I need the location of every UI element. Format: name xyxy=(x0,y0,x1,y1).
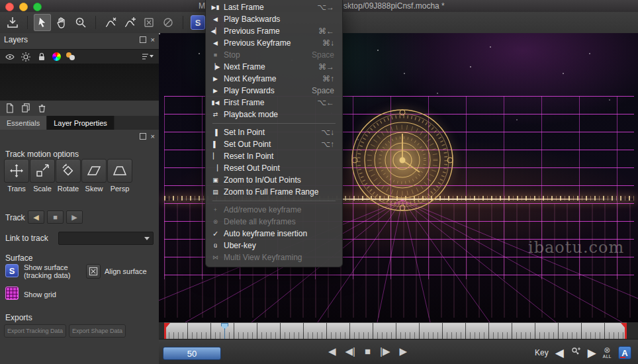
show-surface-caption: Show surface (tracking data) xyxy=(24,263,70,279)
close-window-button[interactable] xyxy=(5,3,14,11)
timeline-row xyxy=(159,322,638,339)
show-surface-button[interactable]: S xyxy=(5,264,19,277)
add-keyframe-button[interactable] xyxy=(570,346,581,359)
layer-colors-icon[interactable] xyxy=(66,52,76,61)
next-keyframe-button[interactable]: ▶ xyxy=(588,347,596,359)
menu-item-playback-mode[interactable]: ⇄Playback mode xyxy=(206,109,342,120)
delete-shape-tool-button[interactable] xyxy=(140,14,158,31)
menu-item-last-frame[interactable]: ▶▮Last Frame⌥→ xyxy=(206,1,342,13)
menu-item-reset-in-point[interactable]: ▏Reset In Point xyxy=(206,150,342,162)
menu-item-first-frame[interactable]: ▮◀First Frame⌥← xyxy=(206,97,342,109)
menu-item-set-in-point[interactable]: ▐Set In Point⌥↓ xyxy=(206,126,342,138)
menu-item-label: Play Backwards xyxy=(224,15,325,24)
scale-button[interactable] xyxy=(30,159,55,183)
key-delete-icon: ⊗ xyxy=(210,218,221,225)
skew-button[interactable] xyxy=(81,159,107,183)
perspective-button[interactable] xyxy=(107,159,132,183)
menu-item-play-backwards[interactable]: ◀Play Backwards xyxy=(206,13,342,25)
menu-item-stop: ■StopSpace xyxy=(206,49,342,61)
float-panel-icon[interactable] xyxy=(140,133,146,140)
minimize-window-button[interactable] xyxy=(19,3,28,11)
close-panel-icon[interactable]: × xyxy=(151,133,155,140)
track-backwards-button[interactable]: ◀ xyxy=(28,210,44,224)
rotation-button[interactable] xyxy=(56,159,81,183)
play-forwards-icon: ▶ xyxy=(210,87,221,94)
close-panel-icon[interactable]: × xyxy=(151,36,155,44)
align-surface-button[interactable] xyxy=(86,264,101,279)
perspective-label: Persp xyxy=(107,185,132,193)
menu-item-set-out-point[interactable]: ▌Set Out Point⌥↑ xyxy=(206,138,342,150)
spline-remove-tool-button[interactable] xyxy=(102,14,119,31)
menu-item-add-remove-keyframe: +Add/remove keyframe xyxy=(206,204,342,216)
stop-button[interactable]: ■ xyxy=(365,345,371,357)
menu-item-next-frame[interactable]: ▕▶Next Frame⌘→ xyxy=(206,61,342,73)
motion-col-skew: Skew xyxy=(81,159,107,193)
float-panel-icon[interactable] xyxy=(140,36,146,43)
menu-item-zoom-to-in-out-points[interactable]: ▣Zoom to In/Out Points xyxy=(206,174,342,186)
show-surface-toolbar-button[interactable]: S xyxy=(189,14,206,31)
in-point-marker[interactable] xyxy=(164,323,166,339)
duplicate-layer-icon[interactable] xyxy=(21,103,30,113)
previous-keyframe-button[interactable]: ◀ xyxy=(555,347,564,359)
color-wheel-icon[interactable] xyxy=(52,52,61,61)
reset-in-icon: ▏ xyxy=(210,153,221,159)
playback-controls: ◀ ◀| ■ |▶ ▶ xyxy=(328,345,407,357)
export-tracking-data-button[interactable]: Export Tracking Data xyxy=(4,324,66,338)
tab-layer-properties[interactable]: Layer Properties xyxy=(47,116,114,130)
gear-icon[interactable] xyxy=(21,52,31,62)
menu-item-auto-keyframe-insertion[interactable]: ✓Auto keyframe insertion xyxy=(206,228,342,240)
tab-essentials[interactable]: Essentials xyxy=(0,116,47,130)
layer-filter-dropdown-icon[interactable] xyxy=(141,52,154,61)
previous-frame-button[interactable]: ◀| xyxy=(345,345,355,357)
menu-item-play-forwards[interactable]: ▶Play ForwardsSpace xyxy=(206,85,342,97)
frame-ruler[interactable] xyxy=(164,322,627,339)
trash-icon[interactable] xyxy=(36,103,46,113)
play-forwards-button[interactable]: ▶ xyxy=(399,345,407,357)
menu-item-shortcut: ⌥→ xyxy=(317,3,334,12)
spline-x-icon xyxy=(104,16,117,29)
link-to-track-select[interactable] xyxy=(58,232,154,245)
current-frame-field[interactable]: 50 xyxy=(163,347,221,360)
surface-label: Surface xyxy=(5,253,32,263)
spline-add-tool-button[interactable] xyxy=(121,14,138,31)
playhead-line xyxy=(224,328,225,339)
play-backwards-button[interactable]: ◀ xyxy=(328,345,336,357)
playhead[interactable] xyxy=(221,323,228,339)
all-layers-toggle[interactable]: ⊗ ALL xyxy=(603,347,612,359)
menu-item-shortcut: Space xyxy=(312,50,334,60)
out-point-marker[interactable] xyxy=(625,323,627,339)
track-stop-button[interactable]: ■ xyxy=(47,210,64,224)
import-clip-button[interactable] xyxy=(4,14,21,31)
menu-item-zoom-to-full-frame-range[interactable]: ▤Zoom to Full Frame Range xyxy=(206,186,342,198)
zoom-full-icon: ▤ xyxy=(210,189,221,195)
menu-item-label: Previous Frame xyxy=(224,26,309,36)
menu-item-uber-key[interactable]: üUber-key xyxy=(206,240,342,251)
visibility-eye-icon[interactable] xyxy=(5,52,15,62)
zoom-tool-button[interactable] xyxy=(72,14,89,31)
track-forwards-button[interactable]: ▶ xyxy=(66,210,83,224)
menu-item-next-keyframe[interactable]: ▶Next Keyframe⌘↑ xyxy=(206,73,342,85)
translation-button[interactable] xyxy=(4,159,29,183)
spline-plus-icon xyxy=(123,16,136,29)
menu-item-reset-out-point[interactable]: ▕Reset Out Point xyxy=(206,162,342,174)
menu-item-label: Set In Point xyxy=(224,128,312,137)
autosave-button[interactable]: A xyxy=(618,346,631,359)
layer-list[interactable] xyxy=(0,64,159,101)
next-frame-button[interactable]: |▶ xyxy=(380,345,390,357)
pan-tool-button[interactable] xyxy=(53,14,70,31)
lock-icon[interactable] xyxy=(36,52,47,62)
circle-slash-icon xyxy=(161,16,175,29)
new-layer-icon[interactable] xyxy=(5,103,15,113)
menu-item-label: Last Frame xyxy=(224,3,308,12)
menu-item-previous-frame[interactable]: ◀▏Previous Frame⌘← xyxy=(206,25,342,37)
all-label: ALL xyxy=(603,354,612,359)
menu-item-label: Play Forwards xyxy=(224,86,302,95)
show-grid-button[interactable] xyxy=(5,287,19,300)
disable-tool-button[interactable] xyxy=(160,14,177,31)
toolbar-separator xyxy=(27,16,28,29)
menu-item-previous-keyframe[interactable]: ◀Previous Keyframe⌘↓ xyxy=(206,37,342,49)
motion-col-persp: Persp xyxy=(107,159,132,193)
zoom-window-button[interactable] xyxy=(33,3,42,11)
export-shape-data-button[interactable]: Export Shape Data xyxy=(69,324,126,338)
pointer-tool-button[interactable] xyxy=(34,14,51,31)
